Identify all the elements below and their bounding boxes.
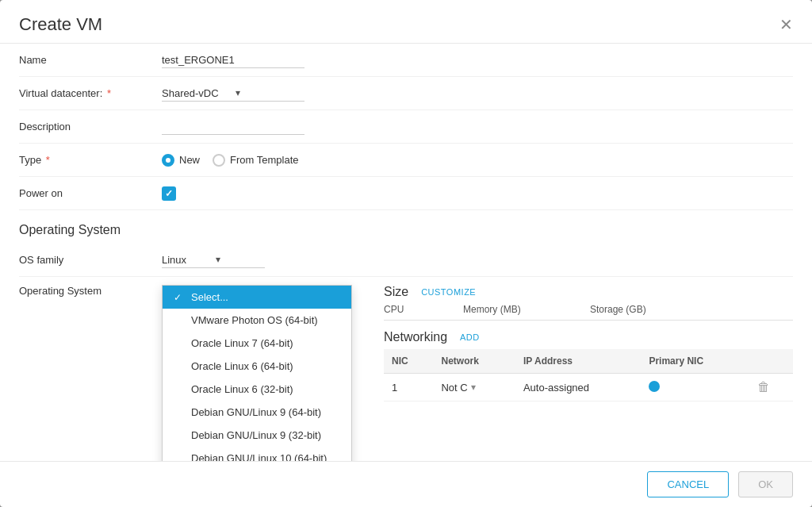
primary-nic-col-header: Primary NIC xyxy=(641,349,749,374)
type-row: Type * New From Template xyxy=(19,144,793,177)
modal-footer: CANCEL OK xyxy=(0,461,812,507)
network-cell: Not C ▾ xyxy=(433,374,515,401)
nic-cell: 1 xyxy=(384,374,433,401)
modal-header: Create VM ✕ xyxy=(0,0,812,44)
memory-col-header: Memory (MB) xyxy=(463,304,590,315)
power-on-control xyxy=(162,186,793,201)
dropdown-item-debian9-64[interactable]: Debian GNU/Linux 9 (64-bit) xyxy=(163,401,351,424)
name-control xyxy=(162,52,793,68)
cancel-button[interactable]: CANCEL xyxy=(647,471,729,497)
nic-col-header: NIC xyxy=(384,349,433,374)
network-col-header: Network xyxy=(433,349,515,374)
size-title: Size xyxy=(384,285,408,299)
cpu-col-header: CPU xyxy=(384,304,463,315)
type-new-option[interactable]: New xyxy=(162,154,200,167)
modal-title: Create VM xyxy=(19,14,102,35)
network-dropdown-arrow[interactable]: ▾ xyxy=(471,382,476,393)
vdc-label: Virtual datacenter: * xyxy=(19,87,162,99)
networking-add-link[interactable]: ADD xyxy=(460,332,480,342)
power-on-label: Power on xyxy=(19,187,162,199)
description-control xyxy=(162,119,793,135)
os-dropdown-list[interactable]: ✓ Select... VMware Photon OS (64-bit) Or… xyxy=(162,285,352,461)
delete-row-icon[interactable]: 🗑 xyxy=(757,380,770,394)
primary-nic-cell xyxy=(641,374,749,401)
type-template-radio[interactable] xyxy=(213,154,225,167)
description-input[interactable] xyxy=(162,119,304,135)
ip-cell: Auto-assigned xyxy=(515,374,641,401)
dropdown-item-oracle7[interactable]: Oracle Linux 7 (64-bit) xyxy=(163,332,351,355)
os-family-arrow-icon: ▾ xyxy=(216,254,265,265)
dropdown-item-oracle6-64[interactable]: Oracle Linux 6 (64-bit) xyxy=(163,355,351,378)
vdc-arrow-icon: ▾ xyxy=(236,87,304,98)
networking-table: NIC Network IP Address Primary NIC 1 xyxy=(384,349,793,401)
name-row: Name xyxy=(19,44,793,77)
dropdown-item-oracle6-32[interactable]: Oracle Linux 6 (32-bit) xyxy=(163,378,351,401)
vdc-row: Virtual datacenter: * Shared-vDC ▾ xyxy=(19,77,793,110)
os-family-label: OS family xyxy=(19,254,162,266)
dropdown-item-debian10-64[interactable]: Debian GNU/Linux 10 (64-bit) xyxy=(163,447,351,461)
type-label: Type * xyxy=(19,154,162,166)
description-row: Description xyxy=(19,110,793,144)
ip-col-header: IP Address xyxy=(515,349,641,374)
size-header-row: CPU Memory (MB) Storage (GB) xyxy=(384,304,793,321)
storage-col-header: Storage (GB) xyxy=(590,304,646,315)
os-family-row: OS family Linux ▾ xyxy=(19,244,793,277)
type-radio-group: New From Template xyxy=(162,154,793,167)
dropdown-item-select[interactable]: ✓ Select... xyxy=(163,286,351,309)
vdc-required: * xyxy=(107,87,111,99)
networking-table-head: NIC Network IP Address Primary NIC xyxy=(384,349,793,374)
os-section-title: Operating System xyxy=(19,210,793,244)
size-section-header: Size CUSTOMIZE xyxy=(384,277,793,304)
delete-cell: 🗑 xyxy=(749,374,793,401)
dropdown-item-debian9-32[interactable]: Debian GNU/Linux 9 (32-bit) xyxy=(163,424,351,447)
actions-col-header xyxy=(749,349,793,374)
os-family-select[interactable]: Linux ▾ xyxy=(162,252,265,268)
primary-nic-dot[interactable] xyxy=(649,381,660,392)
right-panel: Size CUSTOMIZE CPU Memory (MB) Storage (… xyxy=(384,277,793,401)
description-label: Description xyxy=(19,121,162,133)
size-customize-link[interactable]: CUSTOMIZE xyxy=(421,287,476,297)
close-button[interactable]: ✕ xyxy=(779,17,793,33)
os-row: Operating System ✓ Select... VMware Phot… xyxy=(19,277,793,461)
vdc-control: Shared-vDC ▾ xyxy=(162,86,793,102)
ok-button[interactable]: OK xyxy=(738,471,793,497)
table-row: 1 Not C ▾ Auto-assigned xyxy=(384,374,793,401)
create-vm-modal: Create VM ✕ Name Virtual datacenter: * xyxy=(0,0,812,507)
networking-table-header-row: NIC Network IP Address Primary NIC xyxy=(384,349,793,374)
modal-body: Name Virtual datacenter: * Shared-vDC ▾ xyxy=(0,44,812,461)
power-on-checkbox[interactable] xyxy=(162,186,176,201)
networking-table-body: 1 Not C ▾ Auto-assigned xyxy=(384,374,793,401)
power-on-row: Power on xyxy=(19,177,793,210)
type-new-radio[interactable] xyxy=(162,154,174,167)
type-control: New From Template xyxy=(162,154,793,167)
modal-backdrop: Create VM ✕ Name Virtual datacenter: * xyxy=(0,0,812,507)
vdc-select[interactable]: Shared-vDC ▾ xyxy=(162,86,304,102)
type-required: * xyxy=(46,154,50,166)
os-label: Operating System xyxy=(19,285,162,297)
dropdown-item-photon[interactable]: VMware Photon OS (64-bit) xyxy=(163,309,351,332)
name-label: Name xyxy=(19,54,162,66)
networking-section-header: Networking ADD xyxy=(384,321,793,349)
os-family-control: Linux ▾ xyxy=(162,252,793,268)
name-input[interactable] xyxy=(162,52,304,68)
checkmark-icon: ✓ xyxy=(174,292,185,303)
type-template-option[interactable]: From Template xyxy=(213,154,298,167)
networking-title: Networking xyxy=(384,330,447,344)
